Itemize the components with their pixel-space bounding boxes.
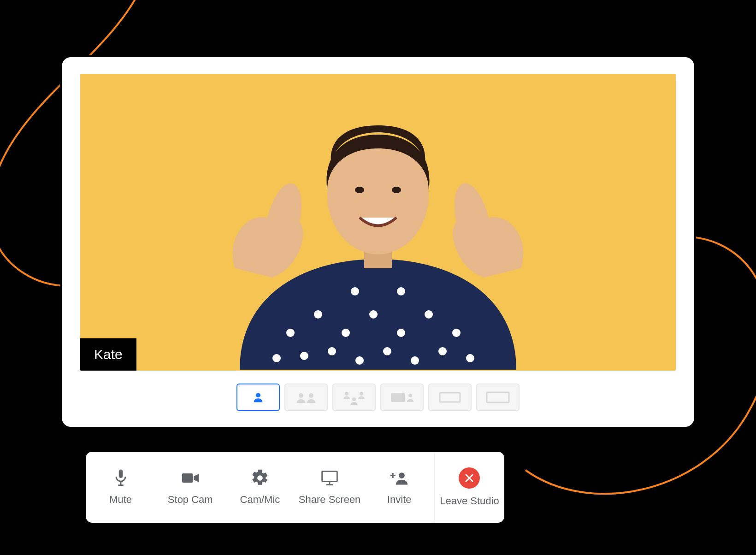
svg-rect-29 <box>440 393 460 402</box>
add-user-icon <box>390 469 408 487</box>
svg-point-1 <box>314 310 322 319</box>
svg-point-25 <box>360 392 363 396</box>
people-icon <box>295 391 318 404</box>
participant-video <box>80 74 676 371</box>
person-icon <box>252 391 265 404</box>
stop-cam-button[interactable]: Stop Cam <box>155 452 225 523</box>
share-screen-label: Share Screen <box>299 494 361 506</box>
cam-mic-button[interactable]: Cam/Mic <box>225 452 295 523</box>
layout-option-single[interactable] <box>236 384 280 411</box>
svg-point-38 <box>399 472 405 478</box>
svg-rect-30 <box>487 392 509 402</box>
leave-studio-label: Leave Studio <box>440 495 499 507</box>
layout-selector <box>80 371 676 416</box>
svg-point-11 <box>411 356 419 365</box>
video-feed: Kate <box>80 74 676 371</box>
svg-point-0 <box>286 329 295 337</box>
svg-point-20 <box>392 187 401 193</box>
layout-option-screen-small[interactable] <box>380 384 424 411</box>
mute-label: Mute <box>109 494 132 506</box>
svg-point-19 <box>355 187 364 193</box>
people-three-icon <box>340 390 368 405</box>
participant-name-tag: Kate <box>80 338 136 371</box>
svg-point-14 <box>272 354 281 362</box>
svg-point-22 <box>299 393 303 398</box>
svg-point-9 <box>355 356 364 365</box>
svg-point-24 <box>345 392 348 396</box>
svg-point-26 <box>352 397 356 401</box>
svg-point-12 <box>438 347 447 355</box>
layout-option-three[interactable] <box>332 384 376 411</box>
svg-point-6 <box>452 329 461 337</box>
layout-option-blank[interactable] <box>476 384 520 411</box>
cam-mic-label: Cam/Mic <box>240 494 280 506</box>
mute-button[interactable]: Mute <box>86 452 155 523</box>
svg-point-5 <box>425 310 433 319</box>
invite-label: Invite <box>387 494 412 506</box>
svg-point-4 <box>397 329 405 337</box>
participant-name: Kate <box>94 347 123 362</box>
svg-rect-27 <box>391 393 405 402</box>
layout-option-two[interactable] <box>284 384 328 411</box>
share-screen-button[interactable]: Share Screen <box>295 452 365 523</box>
svg-point-10 <box>383 347 391 355</box>
control-toolbar: Mute Stop Cam Cam/Mic Share Screen Invit… <box>86 452 504 523</box>
layout-option-screen-large[interactable] <box>428 384 472 411</box>
svg-point-3 <box>369 310 378 319</box>
invite-button[interactable]: Invite <box>365 452 434 523</box>
svg-point-7 <box>300 352 308 360</box>
svg-rect-35 <box>322 471 337 481</box>
svg-point-13 <box>466 354 474 362</box>
svg-point-23 <box>309 393 313 398</box>
screen-person-icon <box>388 390 416 405</box>
stop-cam-label: Stop Cam <box>168 494 213 506</box>
svg-point-28 <box>408 394 412 397</box>
gear-icon <box>251 469 269 487</box>
svg-point-8 <box>328 347 336 355</box>
blank-layout-icon <box>484 390 512 405</box>
svg-point-16 <box>397 287 405 295</box>
screen-icon <box>320 469 339 487</box>
video-icon <box>181 469 200 487</box>
svg-rect-31 <box>118 470 123 478</box>
svg-rect-34 <box>182 473 193 483</box>
screen-large-icon <box>436 390 464 405</box>
mic-icon <box>112 469 130 487</box>
studio-window: Kate <box>60 55 696 429</box>
svg-point-2 <box>342 329 350 337</box>
svg-point-15 <box>351 287 359 295</box>
leave-studio-button[interactable]: Leave Studio <box>434 452 504 523</box>
svg-point-21 <box>256 393 260 397</box>
close-icon <box>459 467 480 489</box>
